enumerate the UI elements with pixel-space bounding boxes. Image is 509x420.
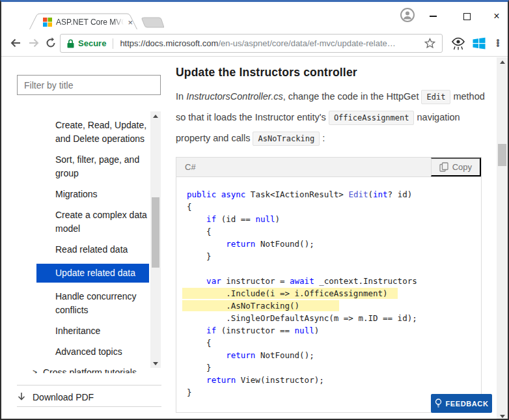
- minimize-icon: [430, 16, 437, 17]
- url-path: /en-us/aspnet/core/data/ef-mvc/update-re…: [218, 38, 395, 48]
- window-minimize-button[interactable]: [423, 10, 443, 23]
- code-line: var instructor = await _context.Instruct…: [187, 275, 481, 287]
- address-bar[interactable]: Secure https://docs.microsoft.com/en-us/…: [60, 34, 443, 53]
- paragraph-text: :: [320, 133, 325, 143]
- copy-label: Copy: [452, 162, 472, 172]
- code-line: }: [187, 250, 481, 262]
- sidebar-nav: Create, Read, Update, and Delete operati…: [1, 119, 150, 373]
- secure-label: Secure: [78, 38, 106, 48]
- code-block-header: C# Copy: [176, 158, 481, 177]
- secure-badge[interactable]: Secure: [67, 38, 106, 48]
- code-line: if (id == null): [187, 213, 481, 225]
- sidebar-item-label: Create, Read, Update, and Delete operati…: [55, 120, 146, 144]
- url-text: https://docs.microsoft.com/en-us/aspnet/…: [120, 38, 420, 48]
- code-line: return View(instructor);: [187, 374, 481, 386]
- window-close-button[interactable]: ×: [487, 10, 506, 23]
- code-line: .Include(i => i.OfficeAssignment): [187, 287, 481, 300]
- sidebar-item[interactable]: Update related data: [36, 264, 149, 283]
- sidebar-item[interactable]: Create, Read, Update, and Delete operati…: [1, 119, 150, 146]
- bookmark-star-icon[interactable]: [424, 38, 435, 49]
- code-line: [187, 262, 481, 275]
- code-body: public async Task<IActionResult> Edit(in…: [176, 177, 481, 399]
- code-line: {: [187, 225, 481, 238]
- paragraph-text: , change the code in the HttpGet: [283, 91, 422, 102]
- feedback-label: FEEDBACK: [446, 400, 489, 408]
- sidebar-item-label: Inheritance: [55, 326, 100, 336]
- lightbulb-icon: [435, 399, 442, 408]
- sidebar-item[interactable]: Create a complex data model: [1, 208, 150, 236]
- sidebar-item-label: Migrations: [55, 189, 98, 199]
- code-line: {: [187, 201, 481, 213]
- sidebar-item[interactable]: Sort, filter, page, and group: [1, 153, 150, 180]
- lock-icon: [67, 39, 74, 48]
- sidebar-item[interactable]: >Cross platform tutorials: [1, 366, 150, 373]
- sidebar-item-label: Read related data: [55, 244, 128, 255]
- browser-toolbar: Secure https://docs.microsoft.com/en-us/…: [1, 29, 508, 57]
- sidebar-item[interactable]: Handle concurrency conflicts: [1, 290, 150, 317]
- sidebar-scrollbar[interactable]: [150, 111, 161, 368]
- eye-extension-icon[interactable]: [450, 36, 466, 51]
- window-maximize-button[interactable]: [457, 10, 476, 23]
- scroll-down-icon[interactable]: [497, 412, 508, 420]
- windows-extension-icon[interactable]: [471, 36, 487, 51]
- code-line: .AsNoTracking(): [187, 300, 481, 312]
- inline-code: Edit: [421, 90, 450, 104]
- browser-menu-icon[interactable]: •••: [492, 35, 504, 51]
- microsoft-favicon: [43, 18, 52, 27]
- code-line: .SingleOrDefaultAsync(m => m.ID == id);: [187, 312, 481, 324]
- omnibox-divider: [113, 38, 113, 49]
- highlighted-code-line: .Include(i => i.OfficeAssignment): [182, 288, 398, 299]
- sidebar-item-label: Cross platform tutorials: [43, 367, 137, 373]
- sidebar-item[interactable]: Read related data: [1, 243, 150, 257]
- copy-icon: [439, 162, 448, 172]
- profile-icon[interactable]: [400, 7, 415, 23]
- back-button[interactable]: [8, 35, 23, 51]
- tab-bar: ASP.NET Core MVC with × ×: [1, 2, 508, 29]
- code-line: }: [187, 361, 481, 374]
- sidebar-item[interactable]: Inheritance: [1, 324, 150, 338]
- code-line: return NotFound();: [187, 349, 481, 361]
- close-icon: ×: [493, 11, 499, 21]
- copy-button[interactable]: Copy: [431, 158, 481, 176]
- sidebar-item[interactable]: Migrations: [1, 188, 150, 201]
- code-line: {: [187, 337, 481, 349]
- download-pdf-label: Download PDF: [33, 392, 94, 402]
- inline-code: OfficeAssignment: [329, 111, 415, 125]
- code-line: return NotFound();: [187, 238, 481, 250]
- tab-title: ASP.NET Core MVC with: [56, 18, 124, 27]
- code-block: C# Copy public async Task<IActionResult>…: [176, 157, 482, 413]
- filename-emphasis: InstructorsController.cs: [186, 91, 283, 102]
- feedback-button[interactable]: FEEDBACK: [431, 394, 492, 413]
- page-title: Update the Instructors controller: [176, 66, 357, 79]
- highlighted-code-line: .AsNoTracking(): [182, 300, 339, 311]
- scroll-down-icon[interactable]: [150, 359, 161, 368]
- code-line: public async Task<IActionResult> Edit(in…: [187, 188, 481, 201]
- chevron-right-icon: >: [33, 366, 37, 373]
- sidebar-item-label: Advanced topics: [55, 346, 122, 357]
- page-scroll-thumb[interactable]: [498, 144, 506, 166]
- tab-close-icon[interactable]: ×: [128, 18, 133, 27]
- inline-code: AsNoTracking: [253, 132, 320, 146]
- forward-button[interactable]: [26, 35, 42, 51]
- url-host: https://docs.microsoft.com: [120, 38, 218, 48]
- scroll-up-icon[interactable]: [150, 111, 161, 120]
- download-icon: [17, 392, 26, 402]
- intro-paragraph: In InstructorsController.cs, change the …: [176, 87, 487, 149]
- sidebar-scroll-thumb[interactable]: [152, 197, 159, 268]
- reload-button[interactable]: [43, 35, 59, 51]
- browser-tab[interactable]: ASP.NET Core MVC with ×: [29, 13, 138, 30]
- sidebar-item-label: Update related data: [55, 268, 135, 278]
- sidebar-item-label: Create a complex data model: [55, 210, 147, 234]
- download-pdf-button[interactable]: Download PDF: [17, 390, 161, 404]
- new-tab-button[interactable]: [138, 16, 164, 28]
- filter-input[interactable]: [17, 75, 161, 95]
- code-line: if (instructor == null): [187, 324, 481, 337]
- page-scrollbar[interactable]: [497, 57, 508, 420]
- sidebar-item-label: Sort, filter, page, and group: [55, 154, 139, 178]
- sidebar-item-label: Handle concurrency conflicts: [55, 291, 137, 315]
- scroll-up-icon[interactable]: [497, 57, 508, 66]
- sidebar-item[interactable]: Advanced topics: [1, 345, 150, 359]
- divider: [17, 406, 161, 407]
- code-language-label: C#: [176, 162, 431, 172]
- paragraph-text: In: [176, 91, 186, 102]
